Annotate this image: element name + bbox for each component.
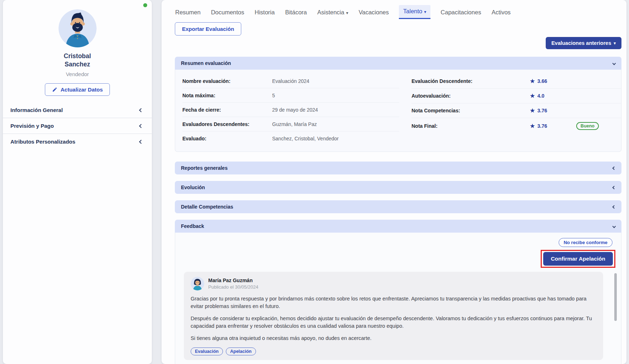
panel-title: Detalle Competencias bbox=[181, 204, 233, 210]
chevron-left-icon bbox=[139, 124, 143, 128]
comment-author: María Paz Guzmán bbox=[208, 277, 258, 283]
tab-resumen[interactable]: Resumen bbox=[175, 6, 201, 19]
previous-evaluations-button[interactable]: Evaluaciones anteriores ▾ bbox=[546, 37, 621, 49]
sidebar-item-atributos-personalizados[interactable]: Atributos Personalizados bbox=[3, 134, 152, 149]
summary-row: Nota Final: ★3.76 Bueno bbox=[411, 118, 621, 134]
sidebar-item-informacion-general[interactable]: Información General bbox=[3, 102, 152, 118]
reportes-generales-panel: Reportes generales bbox=[175, 162, 621, 174]
star-icon: ★ bbox=[530, 107, 535, 114]
caret-down-icon: ▾ bbox=[614, 41, 616, 46]
score-value: 4.0 bbox=[537, 93, 544, 99]
tab-capacitaciones[interactable]: Capacitaciones bbox=[440, 6, 481, 19]
employee-sidebar: Cristobal Sanchez Vendedor Actualizar Da… bbox=[3, 0, 152, 364]
chevron-left-icon bbox=[612, 186, 616, 189]
sidebar-menu: Información General Previsión y Pago Atr… bbox=[3, 102, 152, 149]
evaluation-summary-panel: Resumen evaluación Nombre evaluación: Ev… bbox=[175, 57, 621, 152]
tag-apelacion: Apelación bbox=[226, 347, 256, 355]
score-value: 3.76 bbox=[537, 123, 547, 129]
tab-documentos[interactable]: Documentos bbox=[211, 6, 245, 19]
annotation-highlight: Confirmar Apelación bbox=[541, 250, 615, 268]
summary-row: Nota máxima: 5 bbox=[182, 88, 399, 103]
comment-paragraph: Si tienes alguna otra inquietud o necesi… bbox=[191, 335, 596, 342]
summary-row: Nombre evaluación: Evaluación 2024 bbox=[182, 74, 399, 88]
update-data-label: Actualizar Datos bbox=[61, 87, 103, 93]
star-icon: ★ bbox=[530, 78, 535, 84]
tab-asistencia[interactable]: Asistencia▾ bbox=[317, 6, 349, 19]
talent-evaluation-main: Resumen Documentos Historia Bitácora Asi… bbox=[162, 0, 626, 364]
chevron-left-icon bbox=[139, 108, 143, 112]
caret-down-icon: ▾ bbox=[346, 10, 348, 15]
comment-paragraph: Después de considerar tu explicación, he… bbox=[191, 315, 596, 330]
score-value: 3.76 bbox=[537, 108, 547, 113]
score-value: 3.66 bbox=[537, 78, 547, 84]
chevron-left-icon bbox=[612, 205, 616, 209]
panel-title: Reportes generales bbox=[181, 165, 228, 171]
no-recibe-conforme-badge: No recibe conforme bbox=[559, 238, 612, 247]
detalle-competencias-panel: Detalle Competencias bbox=[175, 200, 621, 213]
employee-name: Cristobal Sanchez bbox=[3, 52, 152, 69]
summary-right-column: Evaluación Descendente: ★3.66 Autoevalua… bbox=[411, 74, 621, 146]
update-data-button[interactable]: Actualizar Datos bbox=[45, 83, 110, 96]
sidebar-item-label: Información General bbox=[10, 107, 63, 113]
pencil-icon bbox=[52, 87, 57, 92]
final-grade-badge: Bueno bbox=[576, 122, 599, 130]
feedback-header[interactable]: Feedback bbox=[175, 220, 621, 233]
summary-row: Fecha de cierre: 29 de mayo de 2024 bbox=[182, 103, 399, 117]
confirm-appeal-button[interactable]: Confirmar Apelación bbox=[543, 252, 613, 266]
feedback-scrollbar[interactable] bbox=[614, 273, 617, 321]
comment-tags: Evaluación Apelación bbox=[191, 347, 596, 355]
female-avatar-illustration bbox=[191, 277, 204, 290]
summary-left-column: Nombre evaluación: Evaluación 2024 Nota … bbox=[175, 74, 411, 146]
summary-panel-title: Resumen evaluación bbox=[181, 60, 231, 66]
sidebar-item-prevision-pago[interactable]: Previsión y Pago bbox=[3, 118, 152, 134]
star-icon: ★ bbox=[530, 93, 535, 99]
chevron-down-icon bbox=[612, 61, 616, 65]
summary-row: Autoevaluación: ★4.0 bbox=[411, 89, 621, 103]
star-icon: ★ bbox=[530, 123, 535, 129]
tab-activos[interactable]: Activos bbox=[491, 6, 511, 19]
evolucion-header[interactable]: Evolución bbox=[175, 181, 621, 194]
tab-bitacora[interactable]: Bitácora bbox=[285, 6, 307, 19]
panel-title: Feedback bbox=[181, 223, 204, 229]
tab-talento[interactable]: Talento▾ bbox=[399, 5, 430, 19]
employee-avatar bbox=[59, 9, 97, 47]
summary-panel-header[interactable]: Resumen evaluación bbox=[175, 57, 621, 70]
tag-evaluacion: Evaluación bbox=[191, 347, 223, 355]
detalle-competencias-header[interactable]: Detalle Competencias bbox=[175, 200, 621, 213]
caret-down-icon: ▾ bbox=[424, 9, 426, 14]
previous-evaluations-label: Evaluaciones anteriores bbox=[551, 40, 611, 46]
profile-tab-bar: Resumen Documentos Historia Bitácora Asi… bbox=[175, 5, 621, 19]
employee-role: Vendedor bbox=[3, 71, 152, 77]
summary-row: Evaluación Descendente: ★3.66 bbox=[411, 74, 621, 89]
tab-vacaciones[interactable]: Vacaciones bbox=[358, 6, 389, 19]
reportes-generales-header[interactable]: Reportes generales bbox=[175, 162, 621, 174]
male-avatar-illustration bbox=[59, 9, 97, 47]
feedback-body: No recibe conforme Confirmar Apelación bbox=[175, 233, 621, 364]
export-evaluation-button[interactable]: Exportar Evaluación bbox=[175, 22, 241, 36]
summary-row: Evaluado: Sanchez, Cristobal, Vendedor bbox=[182, 131, 399, 146]
summary-panel-body: Nombre evaluación: Evaluación 2024 Nota … bbox=[175, 70, 621, 152]
chevron-left-icon bbox=[139, 140, 143, 144]
summary-row: Evaluadores Descendentes: Guzmán, María … bbox=[182, 117, 399, 131]
comment-paragraph: Gracias por tu pronta respuesta y por br… bbox=[191, 295, 596, 310]
commenter-avatar bbox=[191, 277, 204, 290]
tab-historia[interactable]: Historia bbox=[254, 6, 275, 19]
feedback-panel: Feedback No recibe conforme Confirmar Ap… bbox=[175, 220, 621, 364]
feedback-comment-card: María Paz Guzmán Publicado el 30/05/2024… bbox=[184, 272, 603, 360]
evolucion-panel: Evolución bbox=[175, 181, 621, 194]
sidebar-item-label: Atributos Personalizados bbox=[10, 139, 75, 145]
chevron-down-icon bbox=[612, 224, 616, 228]
chevron-left-icon bbox=[612, 166, 616, 170]
comment-published-date: Publicado el 30/05/2024 bbox=[208, 284, 258, 290]
panel-title: Evolución bbox=[181, 185, 205, 190]
summary-row: Nota Competencias: ★3.76 bbox=[411, 103, 621, 118]
online-status-dot bbox=[143, 3, 147, 7]
sidebar-item-label: Previsión y Pago bbox=[10, 123, 54, 129]
